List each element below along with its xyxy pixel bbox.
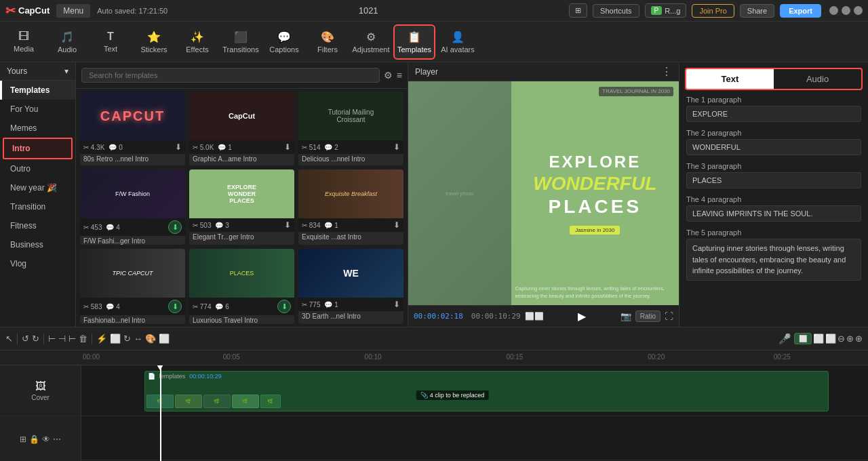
screenshot-button[interactable]: 📷 <box>620 311 631 321</box>
para-item-3: The 3 paragraph PLACES <box>686 162 861 188</box>
captions-label: Captions <box>269 45 298 54</box>
track-lock-btn[interactable]: 🔒 <box>29 435 39 444</box>
download-btn-4[interactable]: ⬇ <box>284 220 291 230</box>
player-menu-button[interactable]: ⋮ <box>661 65 672 78</box>
export-button[interactable]: Export <box>780 4 821 18</box>
tool-adjustment[interactable]: ⚙ Adjustment <box>350 24 392 60</box>
color-btn[interactable]: 🎨 <box>145 334 156 344</box>
fullscreen-button[interactable]: ⛶ <box>665 311 673 321</box>
download-btn-3[interactable]: ⬇ <box>168 220 182 234</box>
tool-transitions[interactable]: ⬛ Transitions <box>220 24 262 60</box>
ratio-button[interactable]: Ratio <box>635 310 660 322</box>
tl-ctrl-1[interactable]: ⬜ <box>794 333 812 344</box>
undo-button[interactable]: ↺ <box>22 334 29 344</box>
template-label-8: 3D Earth ...nel Intro <box>298 311 403 323</box>
tab-text[interactable]: Text <box>686 69 774 89</box>
para-value-3[interactable]: PLACES <box>686 172 861 188</box>
sidebar-item-transition[interactable]: Transition <box>0 197 75 216</box>
share-button[interactable]: Share <box>740 4 774 18</box>
screen-mode-button[interactable]: ⊞ <box>569 3 587 18</box>
yours-selector[interactable]: Yours ▾ <box>0 62 75 81</box>
crop-button[interactable]: ⬜ <box>110 334 121 344</box>
tl-ctrl-5[interactable]: ⊕ <box>846 333 854 344</box>
para-value-5[interactable]: Capturing inner stories through lenses, … <box>686 239 861 281</box>
filter-button[interactable]: ⚙ <box>384 70 393 81</box>
maximize-button[interactable] <box>842 6 850 15</box>
template-card-6[interactable]: TPIC CAPCUT ✂ 583 💬 4 ⬇ Fashionab...nel … <box>80 249 185 324</box>
rotate-button[interactable]: ↻ <box>123 334 131 344</box>
stat-comments-8: 💬 1 <box>324 301 338 308</box>
mirror-button[interactable]: ⬜ <box>159 334 170 344</box>
sidebar-item-intro[interactable]: Intro <box>3 138 73 159</box>
trim-right-button[interactable]: ⊢ <box>68 334 76 344</box>
close-button[interactable] <box>854 6 863 15</box>
tool-audio[interactable]: 🎵 Audio <box>46 24 88 60</box>
download-btn-1[interactable]: ⬇ <box>284 142 291 152</box>
join-pro-button[interactable]: Join Pro <box>692 4 734 18</box>
redo-button[interactable]: ↻ <box>32 334 39 344</box>
download-btn-7[interactable]: ⬇ <box>277 300 291 313</box>
download-btn-5[interactable]: ⬇ <box>393 220 400 230</box>
template-card-8[interactable]: WE ✂ 775 💬 1 ⬇ 3D Earth ...nel Intro <box>298 249 403 324</box>
track-menu-btn[interactable]: ⋯ <box>53 435 61 444</box>
template-card-1[interactable]: CapCut ✂ 5.0K 💬 1 ⬇ Graphic A...ame Intr… <box>189 92 294 165</box>
tool-media[interactable]: 🎞 Media <box>3 24 45 60</box>
download-btn-0[interactable]: ⬇ <box>175 142 182 152</box>
tool-captions[interactable]: 💬 Captions <box>263 24 305 60</box>
sidebar-item-templates[interactable]: Templates <box>0 81 75 100</box>
template-thumb-5: Exquisite Breakfast <box>298 169 403 218</box>
minimize-button[interactable] <box>829 6 838 15</box>
download-btn-6[interactable]: ⬇ <box>168 300 182 313</box>
tab-audio[interactable]: Audio <box>774 69 861 89</box>
playhead[interactable] <box>160 365 161 461</box>
cursor-tool[interactable]: ↖ <box>5 334 13 344</box>
tool-templates[interactable]: 📋 Templates <box>393 24 435 60</box>
sidebar-item-memes[interactable]: Memes <box>0 119 75 138</box>
tl-ctrl-6[interactable]: ⊕ <box>855 333 863 344</box>
download-btn-2[interactable]: ⬇ <box>393 142 400 152</box>
split-button[interactable]: ⊢ <box>48 334 56 344</box>
template-card-3[interactable]: F/W Fashion ✂ 453 💬 4 ⬇ F/W Fashi...ger … <box>80 169 185 245</box>
template-card-7[interactable]: PLACES ✂ 774 💬 6 ⬇ Luxurious Travel Intr… <box>189 249 294 324</box>
captions-icon: 💬 <box>277 31 291 43</box>
track-row-secondary <box>81 416 868 460</box>
menu-button[interactable]: Menu <box>56 4 90 18</box>
search-input[interactable] <box>81 68 380 83</box>
template-card-5[interactable]: Exquisite Breakfast ✂ 834 💬 1 ⬇ Exquisit… <box>298 169 403 245</box>
tl-ctrl-2[interactable]: ⬜ <box>813 333 824 344</box>
tl-ctrl-4[interactable]: ⊖ <box>837 333 845 344</box>
trim-left-button[interactable]: ⊣ <box>58 334 66 344</box>
pro-label: R...g <box>665 7 680 15</box>
para-value-4[interactable]: LEAVING IMPRINTS IN THE SOUL. <box>686 205 861 222</box>
para-value-2[interactable]: WONDERFUL <box>686 139 861 155</box>
track-toggle-btn[interactable]: ⊞ <box>20 435 26 444</box>
template-card-0[interactable]: CAPCUT ✂ 4.3K 💬 0 ⬇ 80s Retro ...nnel In… <box>80 92 185 165</box>
mic-button[interactable]: 🎤 <box>778 333 791 345</box>
delete-button[interactable]: 🗑 <box>79 334 87 344</box>
shortcuts-button[interactable]: Shortcuts <box>593 4 639 18</box>
sidebar-item-outro[interactable]: Outro <box>0 159 75 178</box>
tool-filters[interactable]: 🎨 Filters <box>307 24 349 60</box>
sort-button[interactable]: ≡ <box>397 70 402 81</box>
tool-stickers[interactable]: ⭐ Stickers <box>133 24 175 60</box>
sidebar-item-fitness[interactable]: Fitness <box>0 216 75 235</box>
download-btn-8[interactable]: ⬇ <box>393 300 400 309</box>
frame-step-indicator[interactable]: ⬜⬜ <box>525 312 544 321</box>
sidebar-item-vlog[interactable]: Vlog <box>0 254 75 273</box>
para-value-1[interactable]: EXPLORE <box>686 106 861 122</box>
tl-ctrl-3[interactable]: ⬜ <box>825 333 836 344</box>
sidebar-item-business[interactable]: Business <box>0 235 75 254</box>
shield-icon-btn[interactable]: ⚡ <box>96 334 107 344</box>
tool-effects[interactable]: ✨ Effects <box>176 24 218 60</box>
template-card-2[interactable]: Tutorial MailingCroissant ✂ 514 💬 2 ⬇ De… <box>298 92 403 165</box>
flip-button[interactable]: ↔ <box>134 334 142 344</box>
track-vis-btn[interactable]: 👁 <box>42 435 50 444</box>
play-button[interactable]: ▶ <box>578 310 586 323</box>
pro-button[interactable]: P R...g <box>645 3 687 18</box>
tool-text[interactable]: T Text <box>90 24 132 60</box>
template-card-4[interactable]: EXPLOREWONDERPLACES ✂ 503 💬 3 ⬇ Elegant … <box>189 169 294 245</box>
sidebar-item-for-you[interactable]: For You <box>0 100 75 119</box>
clip-block[interactable]: 📄 lemplates 00:00:10:29 📎 4 clip to be r… <box>144 371 829 412</box>
tool-ai-avatars[interactable]: 👤 AI avatars <box>437 24 479 60</box>
sidebar-item-new-year[interactable]: New year 🎉 <box>0 178 75 197</box>
